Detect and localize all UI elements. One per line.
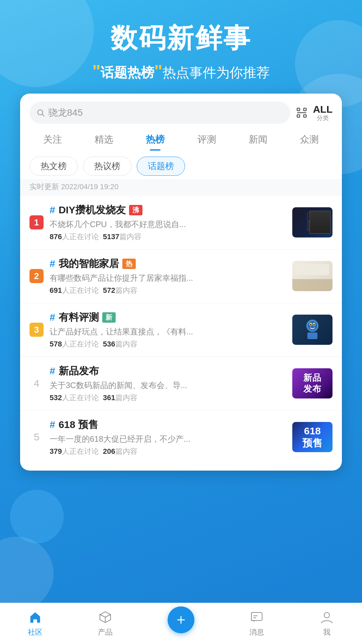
topic-item-4[interactable]: 4 # 新品发布 关于3C数码新品的新闻、发布会、导... 532人正在讨论 3… <box>20 357 342 411</box>
nav-label-message: 消息 <box>249 627 264 637</box>
main-card: 骁龙845 ALL 分类 关注 精选 热榜 评测 新闻 众测 热文榜 热议榜 话… <box>20 94 342 471</box>
home-svg <box>28 610 43 625</box>
topic-title-row-3: # 有料评测 新 <box>50 311 286 324</box>
rank-badge-2: 2 <box>29 269 44 283</box>
svg-rect-19 <box>307 332 317 339</box>
topic-title-row-4: # 新品发布 <box>50 364 286 378</box>
message-icon <box>249 609 265 625</box>
svg-point-9 <box>311 226 314 229</box>
rank-badge-3: 3 <box>29 323 44 337</box>
tab-follow[interactable]: 关注 <box>38 130 67 151</box>
tab-news[interactable]: 新闻 <box>243 130 273 151</box>
hash-icon-1: # <box>50 204 55 216</box>
hero-section: 数码新鲜事 "话题热榜"热点事件为你推荐 <box>0 0 362 94</box>
topic-content-4: # 新品发布 关于3C数码新品的新闻、发布会、导... 532人正在讨论 361… <box>50 364 286 403</box>
svg-rect-4 <box>297 115 300 117</box>
topic-content-1: # DIY攒机发烧友 沸 不烧坏几个CPU，我都不好意思说自... 876人正在… <box>50 203 286 242</box>
topic-desc-1: 不烧坏几个CPU，我都不好意思说自... <box>50 219 286 230</box>
quote-open: " <box>92 61 101 81</box>
hash-icon-2: # <box>50 258 55 269</box>
pc-icon <box>302 211 322 234</box>
subtab-hot-article[interactable]: 热文榜 <box>29 157 78 176</box>
rank-badge-1: 1 <box>29 215 44 229</box>
topic-stats-1: 876人正在讨论 5137篇内容 <box>50 232 286 242</box>
topic-item-5[interactable]: 5 # 618 预售 一年一度的618大促已经开启，不少产... 379人正在讨… <box>20 411 342 464</box>
rank-plain-4: 4 <box>29 378 44 389</box>
search-bar: 骁龙845 ALL 分类 <box>20 94 342 128</box>
topic-img-2 <box>292 261 333 291</box>
618-text: 618预售 <box>302 425 322 449</box>
svg-line-23 <box>100 614 105 617</box>
tab-hot[interactable]: 热榜 <box>140 130 170 151</box>
search-placeholder: 骁龙845 <box>48 106 83 119</box>
topic-img-4: 新品发布 <box>292 368 333 398</box>
user-svg <box>319 610 334 625</box>
topic-stats-4: 532人正在讨论 361篇内容 <box>50 393 286 403</box>
topic-content-2: # 我的智能家居 热 有哪些数码产品让你提升了居家幸福指... 691人正在讨论… <box>50 257 286 296</box>
subtab-hot-discuss[interactable]: 热议榜 <box>83 157 131 176</box>
scan-icon <box>296 107 308 119</box>
subtab-hot-topic[interactable]: 话题榜 <box>137 157 185 176</box>
all-sublabel: 分类 <box>317 115 329 121</box>
topic-item-2[interactable]: 2 # 我的智能家居 热 有哪些数码产品让你提升了居家幸福指... 691人正在… <box>20 250 342 303</box>
all-label: ALL <box>313 104 333 114</box>
nav-label-community: 社区 <box>28 627 43 637</box>
nav-item-add[interactable] <box>168 613 194 633</box>
topic-item-3[interactable]: 3 # 有料评测 新 让产品好玩点，让结果直接点，《有料... 578人正在讨论… <box>20 303 342 357</box>
topic-title-3: 有料评测 <box>59 311 99 324</box>
svg-rect-8 <box>308 213 316 220</box>
topic-title-2: 我的智能家居 <box>59 257 119 271</box>
topic-title-5: 618 预售 <box>59 418 98 432</box>
scan-button[interactable] <box>294 105 309 120</box>
topic-title-4: 新品发布 <box>59 364 99 378</box>
topic-tag-1: 沸 <box>129 205 142 215</box>
topic-desc-2: 有哪些数码产品让你提升了居家幸福指... <box>50 273 286 283</box>
topic-tag-2: 热 <box>122 259 136 269</box>
hero-subtitle: "话题热榜"热点事件为你推荐 <box>0 59 362 84</box>
home-icon <box>27 609 43 625</box>
add-button[interactable] <box>168 606 194 633</box>
topic-title-1: DIY攒机发烧友 <box>59 203 126 217</box>
svg-rect-26 <box>251 612 262 621</box>
svg-rect-12 <box>309 224 312 225</box>
topic-title-row-5: # 618 预售 <box>50 418 286 432</box>
img-diy <box>292 207 333 237</box>
svg-rect-10 <box>309 221 312 222</box>
img-review <box>292 315 333 345</box>
rank-plain-5: 5 <box>29 431 44 443</box>
update-time: 实时更新 2022/04/19 19:20 <box>20 179 342 196</box>
nav-item-message[interactable]: 消息 <box>249 609 265 637</box>
svg-point-18 <box>313 324 315 325</box>
message-svg <box>249 610 264 625</box>
svg-rect-3 <box>304 108 306 111</box>
newproduct-text: 新品发布 <box>303 372 321 395</box>
all-category-button[interactable]: ALL 分类 <box>313 104 333 121</box>
nav-item-me[interactable]: 我 <box>319 609 335 637</box>
img-618: 618预售 <box>292 422 333 452</box>
hash-icon-4: # <box>50 365 55 377</box>
topic-title-row-2: # 我的智能家居 热 <box>50 257 286 271</box>
svg-point-29 <box>324 612 329 618</box>
tab-test[interactable]: 众测 <box>295 130 324 151</box>
topic-stats-2: 691人正在讨论 572篇内容 <box>50 285 286 296</box>
topic-desc-4: 关于3C数码新品的新闻、发布会、导... <box>50 380 286 391</box>
tab-review[interactable]: 评测 <box>192 130 222 151</box>
nav-item-product[interactable]: 产品 <box>97 609 113 637</box>
topic-desc-5: 一年一度的618大促已经开启，不少产... <box>50 434 286 444</box>
svg-line-1 <box>42 114 44 116</box>
hero-title: 数码新鲜事 <box>0 23 362 53</box>
nav-item-community[interactable]: 社区 <box>27 609 43 637</box>
topic-desc-3: 让产品好玩点，让结果直接点，《有料... <box>50 326 286 337</box>
topic-item-1[interactable]: 1 # DIY攒机发烧友 沸 不烧坏几个CPU，我都不好意思说自... 876人… <box>20 196 342 250</box>
bottom-nav: 社区 产品 消息 <box>0 603 362 644</box>
user-icon <box>319 609 335 625</box>
search-input-wrap[interactable]: 骁龙845 <box>29 102 290 124</box>
svg-rect-20 <box>34 620 37 623</box>
plus-icon <box>175 614 187 626</box>
subtitle-rest: 热点事件为你推荐 <box>163 65 270 80</box>
topic-content-3: # 有料评测 新 让产品好玩点，让结果直接点，《有料... 578人正在讨论 5… <box>50 311 286 349</box>
tab-featured[interactable]: 精选 <box>89 130 119 151</box>
topic-img-3 <box>292 315 333 345</box>
nav-label-me: 我 <box>323 627 330 637</box>
search-icon <box>36 108 45 117</box>
